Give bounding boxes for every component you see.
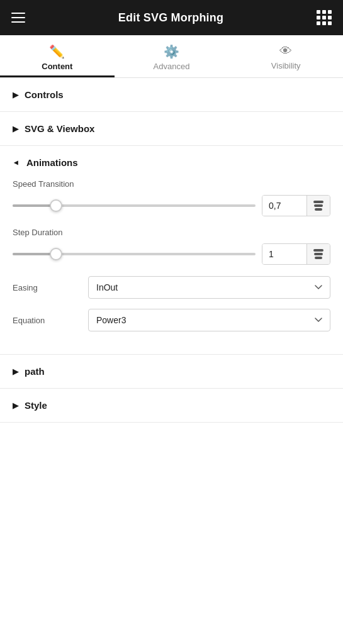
section-controls-header[interactable]: ▶ Controls	[0, 78, 343, 111]
style-arrow-icon: ▶	[13, 401, 18, 410]
animations-content: Speed Transition	[0, 179, 343, 354]
tab-content[interactable]: ✏️ Content	[0, 35, 115, 77]
db-stack-icon	[313, 201, 323, 211]
path-arrow-icon: ▶	[13, 367, 18, 376]
speed-transition-slider[interactable]	[13, 199, 256, 212]
eye-icon: 👁	[279, 44, 292, 58]
tab-visibility[interactable]: 👁 Visibility	[228, 35, 343, 77]
pencil-icon: ✏️	[49, 44, 65, 59]
svg-viewbox-arrow-icon: ▶	[13, 125, 18, 133]
equation-row: Equation Power3 Power1 Power2 Power4 Lin…	[13, 309, 330, 331]
svg-viewbox-label: SVG & Viewbox	[25, 123, 94, 134]
section-style: ▶ Style	[0, 389, 343, 423]
controls-arrow-icon: ▶	[13, 91, 18, 99]
grid-icon[interactable]	[317, 10, 332, 25]
easing-label: Easing	[13, 283, 88, 292]
step-duration-row: Step Duration	[13, 228, 330, 265]
animations-label: Animations	[26, 157, 78, 168]
section-path: ▶ path	[0, 355, 343, 389]
step-duration-input-group	[262, 243, 330, 265]
equation-select[interactable]: Power3 Power1 Power2 Power4 Linear	[88, 309, 330, 331]
speed-transition-slider-row	[13, 195, 330, 216]
step-duration-thumb[interactable]	[50, 248, 62, 260]
section-animations-header[interactable]: ▼ Animations	[0, 146, 343, 179]
step-duration-input[interactable]	[262, 244, 306, 264]
section-animations: ▼ Animations Speed Transition	[0, 146, 343, 355]
step-duration-slider[interactable]	[13, 248, 256, 260]
section-controls: ▶ Controls	[0, 78, 343, 112]
easing-select[interactable]: InOut In Out None	[88, 276, 330, 299]
step-duration-db-button[interactable]	[306, 244, 330, 264]
app-header: Edit SVG Morphing	[0, 0, 343, 35]
speed-transition-input[interactable]	[262, 196, 306, 216]
speed-transition-db-button[interactable]	[306, 196, 330, 216]
section-style-header[interactable]: ▶ Style	[0, 389, 343, 422]
style-label: Style	[25, 400, 47, 411]
step-duration-slider-row	[13, 243, 330, 265]
db-stack-icon-2	[313, 249, 323, 259]
speed-transition-row: Speed Transition	[13, 179, 330, 216]
speed-transition-track	[13, 204, 256, 207]
hamburger-icon[interactable]	[11, 13, 25, 23]
page-title: Edit SVG Morphing	[118, 11, 223, 25]
path-label: path	[25, 366, 45, 377]
tab-bar: ✏️ Content ⚙️ Advanced 👁 Visibility	[0, 35, 343, 78]
controls-label: Controls	[25, 89, 64, 100]
step-duration-track	[13, 253, 256, 255]
section-path-header[interactable]: ▶ path	[0, 355, 343, 388]
step-duration-label: Step Duration	[13, 228, 330, 237]
section-svg-viewbox: ▶ SVG & Viewbox	[0, 112, 343, 146]
speed-transition-thumb[interactable]	[50, 199, 62, 212]
easing-row: Easing InOut In Out None	[13, 276, 330, 299]
speed-transition-label: Speed Transition	[13, 179, 330, 189]
equation-label: Equation	[13, 316, 88, 325]
gear-icon: ⚙️	[164, 44, 179, 59]
tab-advanced[interactable]: ⚙️ Advanced	[115, 35, 229, 77]
animations-arrow-icon: ▼	[12, 159, 21, 167]
section-svg-viewbox-header[interactable]: ▶ SVG & Viewbox	[0, 112, 343, 145]
speed-transition-input-group	[262, 195, 330, 216]
